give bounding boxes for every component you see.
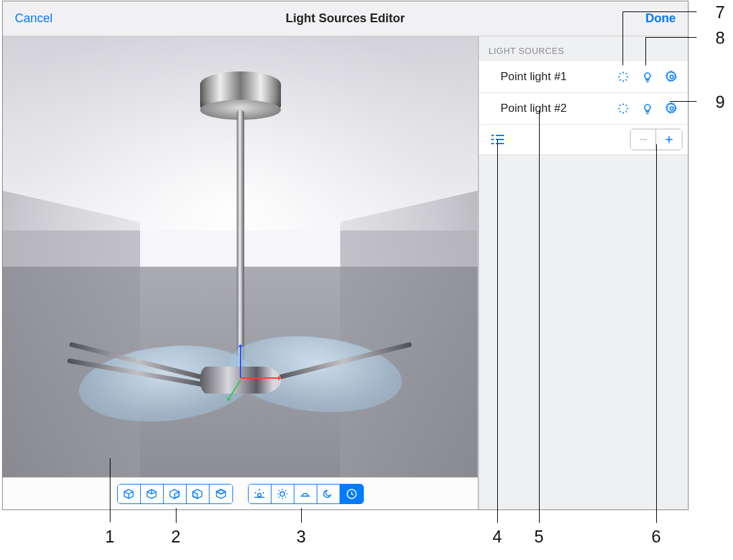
remove-light-button[interactable] [631, 129, 656, 150]
callout-2: 2 [171, 527, 181, 547]
callout-5: 5 [534, 527, 544, 547]
cancel-button[interactable]: Cancel [15, 11, 53, 26]
light-source-label: Point light #1 [501, 70, 567, 84]
gear-icon[interactable] [664, 100, 680, 117]
env-time-button[interactable] [340, 485, 363, 503]
callout-7: 7 [715, 3, 725, 22]
svg-point-0 [258, 493, 261, 497]
light-source-row[interactable]: Point light #1 [479, 61, 688, 93]
add-light-button[interactable] [656, 129, 682, 150]
viewport-panel [3, 36, 478, 509]
lightbulb-icon[interactable] [639, 100, 656, 117]
env-night-button[interactable] [317, 485, 340, 503]
environment-segment[interactable] [248, 484, 364, 504]
lightbulb-icon[interactable] [639, 69, 656, 85]
callout-1: 1 [105, 527, 115, 547]
callout-6: 6 [651, 527, 661, 547]
env-sunrise-button[interactable] [249, 485, 272, 503]
light-sources-list: Point light #1 Point light [479, 61, 688, 125]
view-persp-button[interactable] [118, 485, 141, 503]
light-rays-icon[interactable] [615, 100, 631, 117]
page-title: Light Sources Editor [3, 11, 688, 26]
callout-8: 8 [715, 28, 725, 48]
section-header-light-sources: LIGHT SOURCES [479, 36, 688, 61]
callout-3: 3 [296, 527, 306, 547]
svg-point-4 [670, 107, 674, 111]
view-front-button[interactable] [164, 485, 187, 503]
svg-point-3 [670, 75, 674, 79]
viewport-toolbar [3, 477, 478, 509]
app-window: Cancel Light Sources Editor Done [2, 1, 689, 510]
light-source-row[interactable]: Point light #2 [479, 93, 688, 125]
view-back-button[interactable] [210, 485, 232, 503]
navbar: Cancel Light Sources Editor Done [3, 1, 688, 36]
env-daylight-button[interactable] [272, 485, 294, 503]
env-sunset-button[interactable] [294, 485, 317, 503]
callout-9: 9 [715, 92, 725, 112]
light-source-label: Point light #2 [501, 102, 567, 115]
done-button[interactable]: Done [645, 11, 676, 26]
viewport-3d[interactable] [3, 36, 478, 477]
light-rays-icon[interactable] [615, 69, 631, 85]
view-side-button[interactable] [187, 485, 210, 503]
view-top-button[interactable] [141, 485, 164, 503]
gear-icon[interactable] [664, 69, 680, 85]
model-pendant-lamp [119, 71, 362, 449]
list-options-icon[interactable] [488, 131, 507, 148]
view-orientation-segment[interactable] [117, 484, 233, 504]
callout-4: 4 [492, 527, 502, 547]
svg-point-1 [280, 491, 285, 496]
